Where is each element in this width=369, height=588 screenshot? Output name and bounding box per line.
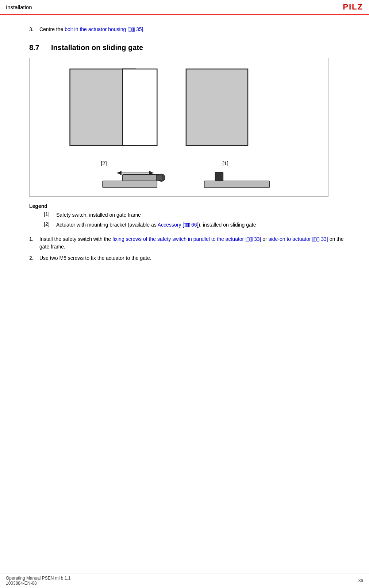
svg-rect-10	[123, 174, 159, 181]
instructions-list: 1. Install the safety switch with the fi…	[29, 235, 347, 262]
step-3-period: .	[143, 26, 145, 32]
instruction-2-num: 2.	[29, 254, 39, 262]
legend-text-2: Actuator with mounting bracket (availabl…	[56, 221, 256, 229]
instruction-1-num: 1.	[29, 235, 39, 243]
step-3-number: 3.	[29, 26, 38, 33]
accessory-link[interactable]: Accessory [ 66]	[158, 222, 199, 228]
section-87-heading: 8.7 Installation on sliding gate	[29, 43, 347, 52]
diagram-label2: [2]	[101, 160, 107, 166]
header-title: Installation	[6, 4, 32, 10]
sliding-gate-diagram: [2] [1]	[30, 58, 328, 196]
bolt-housing-link[interactable]: bolt in the actuator housing [ 35]	[65, 26, 143, 32]
legend-item-1: [1] Safety switch, installed on gate fra…	[29, 211, 347, 219]
fixing-screws-link[interactable]: fixing screws of the safety switch in pa…	[112, 236, 261, 242]
svg-rect-13	[103, 181, 157, 187]
legend-item-2: [2] Actuator with mounting bracket (avai…	[29, 221, 347, 229]
step-3-text-prefix: Centre the	[39, 26, 65, 32]
section-number: 8.7	[29, 43, 51, 52]
footer-manual-title: Operating Manual PSEN ml b 1.1	[6, 576, 70, 581]
svg-rect-6	[186, 69, 248, 145]
diagram-box: [2] [1]	[29, 58, 328, 197]
side-on-link[interactable]: side-on to actuator [ 33]	[269, 236, 328, 242]
book-icon-inst1b	[314, 237, 319, 242]
footer-manual-id: 1003884-EN-08	[6, 581, 70, 586]
main-content: 3. Centre the bolt in the actuator housi…	[0, 15, 369, 277]
step-3: 3. Centre the bolt in the actuator housi…	[29, 26, 347, 33]
svg-rect-5	[123, 69, 157, 145]
legend-block: Legend [1] Safety switch, installed on g…	[29, 203, 347, 229]
legend-title: Legend	[29, 203, 347, 209]
svg-rect-12	[156, 175, 162, 180]
instruction-2-text: Use two M5 screws to fix the actuator to…	[39, 254, 347, 262]
diagram-label1: [1]	[222, 160, 228, 166]
pilz-logo: PILZ	[343, 2, 363, 12]
book-icon-legend	[184, 223, 190, 227]
instruction-2: 2. Use two M5 screws to fix the actuator…	[29, 254, 347, 262]
page-header: Installation PILZ	[0, 0, 369, 15]
instruction-1: 1. Install the safety switch with the fi…	[29, 235, 347, 251]
svg-marker-8	[117, 171, 122, 175]
footer-left: Operating Manual PSEN ml b 1.1 1003884-E…	[6, 576, 70, 586]
page-footer: Operating Manual PSEN ml b 1.1 1003884-E…	[0, 573, 369, 588]
legend-text-1: Safety switch, installed on gate frame	[56, 211, 141, 219]
section-title: Installation on sliding gate	[51, 43, 143, 52]
legend-key-2: [2]	[44, 221, 56, 227]
legend-key-1: [1]	[44, 211, 56, 217]
footer-page-number: 36	[358, 578, 363, 583]
book-icon-inst1a	[247, 237, 253, 242]
book-icon-step3	[129, 27, 135, 32]
instruction-1-text: Install the safety switch with the fixin…	[39, 235, 347, 251]
svg-rect-15	[204, 181, 270, 187]
